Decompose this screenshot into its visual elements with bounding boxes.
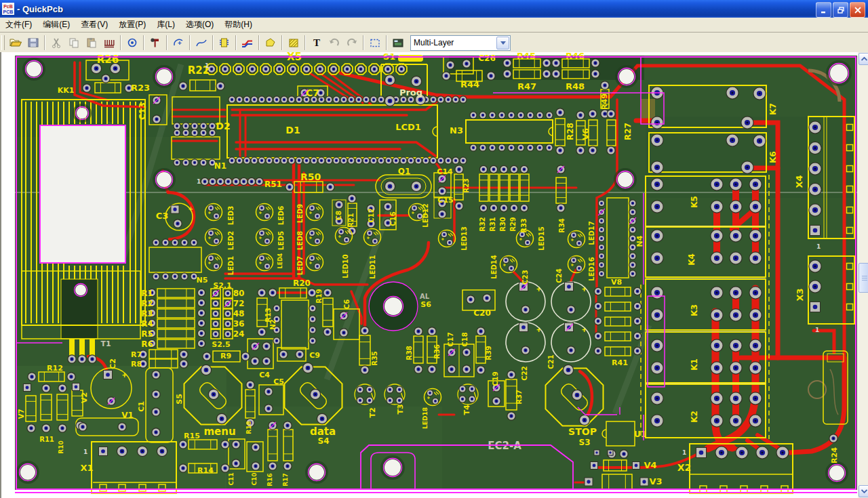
layer-dropdown[interactable]: Multi-Layer xyxy=(410,35,511,51)
track-icon xyxy=(241,37,254,49)
scroll-down-button[interactable] xyxy=(859,485,868,497)
menu-item-4[interactable]: 库(L) xyxy=(151,18,180,32)
svg-text:1: 1 xyxy=(682,449,686,456)
cut-button[interactable] xyxy=(47,34,65,51)
select-button[interactable] xyxy=(366,34,384,51)
svg-text:R36: R36 xyxy=(433,344,441,359)
svg-text:C5: C5 xyxy=(273,377,284,386)
redo-button[interactable] xyxy=(343,34,361,51)
menu-item-5[interactable]: 选项(O) xyxy=(180,18,219,32)
menu-item-3[interactable]: 放置(P) xyxy=(113,18,151,32)
curve-button[interactable] xyxy=(193,34,210,51)
toolbar-separator xyxy=(120,35,121,50)
pin-button[interactable] xyxy=(146,34,164,51)
svg-text:R31: R31 xyxy=(489,217,496,232)
text-button[interactable]: T xyxy=(308,34,326,51)
svg-text:LED8: LED8 xyxy=(296,231,304,251)
svg-text:R23: R23 xyxy=(131,83,150,93)
track-button[interactable] xyxy=(239,34,256,51)
pcb-board-layer xyxy=(1,52,858,498)
layers-button[interactable] xyxy=(389,34,407,51)
svg-text:R28: R28 xyxy=(566,123,575,140)
undo-button[interactable] xyxy=(326,34,343,51)
svg-text:K2: K2 xyxy=(690,411,699,423)
svg-text:+: + xyxy=(536,285,541,294)
pcb-edit-area[interactable]: ++++++R26KK1R23R22C13D2N11X51S1ProgC7D1L… xyxy=(0,52,868,498)
svg-text:V3: V3 xyxy=(649,476,662,486)
svg-text:C21: C21 xyxy=(547,354,555,369)
svg-text:C18: C18 xyxy=(461,332,469,346)
copy-button[interactable] xyxy=(65,34,83,51)
close-button[interactable] xyxy=(850,2,865,18)
pcb-canvas[interactable]: ++++++R26KK1R23R22C13D2N11X51S1ProgC7D1L… xyxy=(1,52,858,498)
menu-item-0[interactable]: 文件(F) xyxy=(0,18,37,32)
svg-text:R48: R48 xyxy=(566,81,585,91)
svg-text:V1: V1 xyxy=(121,411,134,420)
svg-text:K7: K7 xyxy=(768,103,778,115)
svg-text:Q1: Q1 xyxy=(398,167,411,176)
svg-text:S4: S4 xyxy=(318,436,330,446)
svg-text:R15: R15 xyxy=(184,432,200,440)
component-icon xyxy=(218,37,231,49)
svg-text:R27: R27 xyxy=(623,123,633,140)
svg-text:R34: R34 xyxy=(558,218,566,233)
open-button[interactable] xyxy=(7,34,24,51)
svg-text:T1: T1 xyxy=(100,339,111,348)
vertical-scrollbar[interactable] xyxy=(858,52,868,498)
svg-text:1: 1 xyxy=(816,243,821,250)
svg-text:T3: T3 xyxy=(396,404,405,414)
svg-text:R20: R20 xyxy=(293,278,311,288)
svg-text:N3: N3 xyxy=(450,125,463,136)
svg-text:C2: C2 xyxy=(108,358,117,369)
fill-button[interactable] xyxy=(285,34,302,51)
arc-button[interactable] xyxy=(170,34,187,51)
header-button[interactable] xyxy=(100,34,118,51)
svg-text:R14: R14 xyxy=(197,466,214,475)
svg-text:1: 1 xyxy=(83,449,87,455)
svg-text:C12: C12 xyxy=(368,208,375,222)
svg-text:C17: C17 xyxy=(447,332,454,346)
save-button[interactable] xyxy=(24,34,42,51)
pad-button[interactable] xyxy=(123,34,141,51)
svg-text:R8: R8 xyxy=(131,360,142,369)
polygon-button[interactable] xyxy=(262,34,279,51)
scroll-up-button[interactable] xyxy=(859,53,868,65)
svg-text:C24: C24 xyxy=(555,268,563,283)
svg-text:R10: R10 xyxy=(58,440,64,453)
svg-text:R35: R35 xyxy=(371,351,378,366)
paste-button[interactable] xyxy=(83,34,100,51)
svg-text:72: 72 xyxy=(233,299,245,308)
svg-text:LED17: LED17 xyxy=(588,221,595,245)
open-icon xyxy=(9,37,22,49)
restore-button[interactable] xyxy=(833,2,848,18)
toolbar-separator xyxy=(212,35,214,50)
svg-text:X1: X1 xyxy=(80,463,93,473)
toolbar-grip[interactable] xyxy=(1,35,5,50)
svg-text:R30: R30 xyxy=(499,217,507,232)
chevron-down-icon[interactable] xyxy=(496,37,509,49)
menu-item-6[interactable]: 帮助(H) xyxy=(219,18,258,32)
component-button[interactable] xyxy=(216,34,233,51)
svg-text:LED15: LED15 xyxy=(538,226,545,250)
svg-text:LED13: LED13 xyxy=(460,226,468,250)
scrollbar-thumb[interactable] xyxy=(859,263,868,293)
svg-text:LED12: LED12 xyxy=(422,203,429,227)
svg-text:X2: X2 xyxy=(677,462,692,473)
svg-text:R23: R23 xyxy=(462,178,470,193)
svg-text:LED1: LED1 xyxy=(227,256,235,276)
undo-icon xyxy=(328,37,341,49)
svg-text:R50: R50 xyxy=(300,171,321,182)
menu-item-2[interactable]: 查看(V) xyxy=(75,18,113,32)
svg-text:C7: C7 xyxy=(306,87,319,98)
cut-icon xyxy=(50,37,63,49)
svg-text:R33: R33 xyxy=(520,218,528,233)
svg-text:KK1: KK1 xyxy=(58,86,75,95)
toolbar-separator xyxy=(258,35,260,50)
app-window: PcBPCB - QuickPcb 文件(F)编辑(E)查看(V)放置(P)库(… xyxy=(0,0,868,498)
svg-text:V2: V2 xyxy=(80,392,89,403)
svg-text:1: 1 xyxy=(197,178,201,185)
svg-text:C10: C10 xyxy=(251,472,258,485)
minimize-button[interactable] xyxy=(816,2,831,18)
arc-icon xyxy=(172,37,185,49)
menu-item-1[interactable]: 编辑(E) xyxy=(37,18,75,32)
